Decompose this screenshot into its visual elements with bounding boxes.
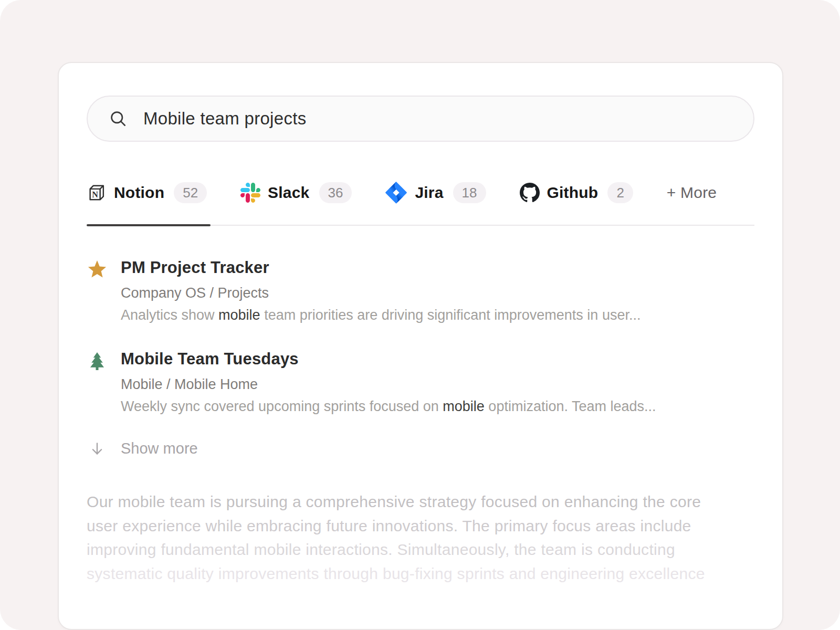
snippet-text: Weekly sync covered upcoming sprints foc… — [121, 398, 443, 414]
answer-line: systematic quality improvements through … — [87, 562, 754, 586]
snippet-text: Analytics show — [121, 307, 218, 323]
answer-line: Our mobile team is pursuing a comprehens… — [87, 490, 754, 514]
snippet-highlight: mobile — [443, 398, 485, 414]
star-icon — [87, 258, 108, 323]
tab-jira-count-badge: 18 — [453, 182, 486, 203]
result-pm-project-tracker[interactable]: PM Project Tracker Company OS / Projects… — [87, 258, 754, 323]
arrow-down-icon — [87, 441, 108, 457]
ai-answer-preview: Our mobile team is pursuing a comprehens… — [87, 490, 754, 585]
tab-slack[interactable]: Slack 36 — [240, 182, 352, 203]
svg-text:N: N — [92, 190, 98, 199]
show-more-button[interactable]: Show more — [87, 440, 754, 457]
search-bar[interactable] — [87, 96, 754, 142]
tab-github[interactable]: Github 2 — [520, 182, 633, 203]
show-more-label: Show more — [121, 440, 198, 457]
jira-icon — [385, 182, 407, 204]
result-title: PM Project Tracker — [121, 258, 640, 277]
tab-jira[interactable]: Jira 18 — [385, 182, 486, 204]
source-tabs: N Notion 52 — [87, 182, 754, 226]
tab-notion[interactable]: N Notion 52 — [87, 182, 207, 203]
answer-line: improving fundamental mobile interaction… — [87, 538, 754, 562]
search-modal: N Notion 52 — [58, 62, 783, 630]
tab-jira-label: Jira — [415, 184, 443, 202]
search-icon — [109, 109, 128, 128]
search-input[interactable] — [143, 109, 738, 129]
answer-line: user experience while embracing future i… — [87, 514, 754, 538]
breadcrumb: Mobile / Mobile Home — [121, 376, 656, 393]
result-mobile-team-tuesdays[interactable]: Mobile Team Tuesdays Mobile / Mobile Hom… — [87, 350, 754, 415]
tab-notion-label: Notion — [114, 184, 164, 202]
snippet-text: team priorities are driving significant … — [260, 307, 641, 323]
result-snippet: Analytics show mobile team priorities ar… — [121, 307, 640, 323]
page-background: N Notion 52 — [0, 0, 840, 630]
github-icon — [520, 183, 540, 203]
notion-icon: N — [87, 183, 107, 203]
snippet-highlight: mobile — [218, 307, 260, 323]
slack-icon — [240, 183, 260, 203]
result-title: Mobile Team Tuesdays — [121, 350, 656, 369]
pine-tree-icon — [87, 350, 108, 415]
results-list: PM Project Tracker Company OS / Projects… — [87, 258, 754, 457]
breadcrumb: Company OS / Projects — [121, 285, 640, 301]
active-tab-indicator — [87, 224, 211, 226]
tab-github-count-badge: 2 — [607, 182, 633, 203]
snippet-text: optimization. Team leads... — [485, 398, 656, 414]
tab-slack-count-badge: 36 — [319, 182, 352, 203]
tab-slack-label: Slack — [268, 184, 309, 202]
tab-more[interactable]: + More — [667, 184, 717, 202]
tab-github-label: Github — [547, 184, 598, 202]
tab-notion-count-badge: 52 — [174, 182, 207, 203]
result-snippet: Weekly sync covered upcoming sprints foc… — [121, 398, 656, 415]
result-body: PM Project Tracker Company OS / Projects… — [121, 258, 640, 323]
result-body: Mobile Team Tuesdays Mobile / Mobile Hom… — [121, 350, 656, 415]
